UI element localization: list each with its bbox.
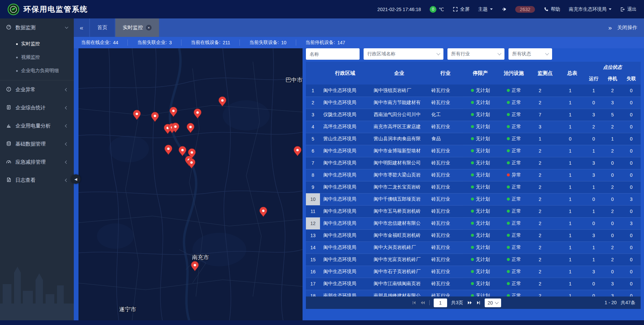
status-dot [471, 137, 474, 140]
chevron-left-icon [65, 142, 68, 146]
cell-limit-production: 无计划 [463, 290, 498, 296]
cell-limit-production: 无计划 [463, 97, 498, 109]
map-panel[interactable]: 巴中市南充市遂宁市 [78, 48, 303, 320]
sidebar-group-6[interactable]: 日志查看 [0, 171, 74, 189]
pagination-summary: 1 - 20 共47条 [605, 300, 635, 306]
filter-bar: 行政区域名称 所有行业 所有状态 [306, 48, 641, 60]
alert-count-badge[interactable]: 2632 [515, 6, 535, 13]
industry-select[interactable]: 所有行业 [447, 48, 504, 60]
table-body: 1阆中生态环境局阆中强锐页岩砖厂砖瓦行业无计划正常211202阆中生态环境局阆中… [306, 85, 641, 296]
column-header-limit: 停限产 [463, 62, 498, 85]
last-page-button[interactable] [476, 301, 481, 305]
cell-monitor-points: 2 [530, 217, 560, 229]
cell-running: 3 [584, 266, 603, 278]
first-page-button[interactable] [412, 301, 416, 305]
sidebar-group-5[interactable]: 应急减排管理 [0, 153, 74, 171]
table-row[interactable]: 15阆中生态环境局阆中市光富页岩机砖厂砖瓦行业无计划正常21120 [306, 254, 641, 266]
table-row[interactable]: 16阆中生态环境局阆中市石子页岩机砖厂砖瓦行业无计划正常21300 [306, 266, 641, 278]
table-row[interactable]: 6阆中生态环境局阆中市金博瑞新型墙材砖瓦行业无计划正常21120 [306, 145, 641, 157]
row-number: 7 [306, 157, 320, 169]
chevron-down-icon [65, 25, 68, 29]
table-row[interactable]: 2阆中生态环境局阆中市南方节能建材有砖瓦行业无计划正常21030 [306, 97, 641, 109]
pagination-bar: 1 共3页 20 1 - 20 共47条 [306, 296, 641, 309]
cell-monitor-points: 2 [530, 205, 560, 217]
table-row[interactable]: 4高坪生态环境局南充市高坪区王家店建砖瓦行业无计划正常31220 [306, 121, 641, 133]
chevron-left-icon [65, 178, 68, 182]
sidebar-group-1[interactable]: 企业异常 [0, 80, 74, 99]
cell-lost: 0 [622, 290, 641, 296]
status-dot [507, 149, 510, 152]
cell-region: 阆中生态环境局 [320, 217, 370, 229]
double-chevron-right-icon[interactable]: » [608, 24, 612, 32]
row-number: 12 [306, 217, 320, 229]
sidebar-group-3[interactable]: 企业用电量分析 [0, 117, 74, 135]
logout-button[interactable]: 退出 [620, 6, 637, 12]
page-number-input[interactable]: 1 [434, 299, 447, 307]
broadcast-button[interactable] [501, 7, 506, 12]
cell-region: 阆中生态环境局 [320, 278, 370, 290]
close-operations-button[interactable]: 关闭操作 [617, 24, 637, 31]
table-row[interactable]: 5营山生态环境局营山县润丰肉食品有限食品无计划正常10010 [306, 133, 641, 145]
cell-company: 阆中强锐页岩砖厂 [370, 85, 428, 97]
status-select[interactable]: 所有状态 [508, 48, 552, 60]
table-row[interactable]: 11阆中生态环境局阆中市五马桥页岩机砖砖瓦行业无计划正常21120 [306, 205, 641, 217]
page-size-select[interactable]: 20 [485, 299, 501, 307]
cell-region: 阆中生态环境局 [320, 241, 370, 254]
cell-limit-production: 无计划 [463, 229, 498, 241]
chevron-left-icon: ◀ [74, 177, 77, 181]
brand: 环保用电监管系统 [7, 3, 88, 15]
table-row[interactable]: 14阆中生态环境局阆中大兴页岩机砖厂砖瓦行业无计划正常21120 [306, 241, 641, 254]
table-row[interactable]: 3仪陇生态环境局西南油气田分公司川中化工无计划正常71350 [306, 109, 641, 121]
cell-stopped: 3 [603, 278, 622, 290]
next-page-button[interactable] [467, 301, 472, 305]
cell-region: 阆中生态环境局 [320, 169, 370, 181]
tabs-scroll-left-button[interactable]: « [74, 18, 89, 37]
fullscreen-button[interactable]: 全屏 [453, 6, 470, 12]
table-row[interactable]: 13阆中生态环境局阆中市金福旺页岩机砖砖瓦行业无计划正常21300 [306, 229, 641, 241]
cell-total-meters: 1 [560, 217, 584, 229]
sidebar-item-0-1[interactable]: 视频监控 [0, 51, 74, 64]
table-row[interactable]: 8阆中生态环境局阆中市枣碧大梁山页岩砖瓦行业无计划异常21300 [306, 169, 641, 181]
sidebar-item-0-0[interactable]: 实时监控 [0, 37, 74, 51]
table-row[interactable]: 1阆中生态环境局阆中强锐页岩砖厂砖瓦行业无计划正常21120 [306, 85, 641, 97]
status-dot [471, 173, 474, 176]
name-search-input[interactable] [306, 48, 360, 60]
table-row[interactable]: 12阆中生态环境局阆中市忠信建材有限公砖瓦行业无计划正常21003 [306, 217, 641, 229]
close-tab-icon[interactable]: ✕ [146, 25, 152, 31]
row-number: 18 [306, 290, 320, 296]
stat-label: 当前停机设备: [306, 40, 335, 46]
cell-industry: 砖瓦行业 [428, 169, 463, 181]
cell-pollution-facility: 正常 [498, 145, 530, 157]
cell-total-meters: 1 [560, 109, 584, 121]
status-dot [507, 113, 510, 116]
sidebar-group-0[interactable]: 数据监测 [0, 18, 74, 37]
sidebar-item-0-2[interactable]: 企业电力负荷明细 [0, 64, 74, 77]
sidebar-collapse-button[interactable]: ◀ [71, 174, 80, 184]
stat-label: 当前失联设备: [249, 40, 279, 46]
row-number: 16 [306, 266, 320, 278]
column-header-point-status: 点位状态 [584, 62, 641, 73]
cell-limit-production: 无计划 [463, 193, 498, 205]
table-row[interactable]: 18南部生态环境局南部县雄峰建材有限公砖瓦行业无计划正常21030 [306, 290, 641, 296]
cell-stopped: 0 [603, 217, 622, 229]
table-row[interactable]: 9阆中生态环境局阆中市二龙长宝页岩砖砖瓦行业无计划正常21120 [306, 181, 641, 193]
help-button[interactable]: 帮助 [544, 6, 560, 12]
org-dropdown[interactable]: 南充市生态环境局 [569, 6, 611, 12]
enterprise-table: 行政区域 企业 行业 停限产 治污设施 监测点 总表 点位状态 运行 停机 [306, 62, 641, 296]
previous-page-button[interactable] [420, 301, 425, 305]
table-row[interactable]: 7阆中生态环境局阆中明阳建材有限公司砖瓦行业无计划正常21300 [306, 157, 641, 169]
sidebar-group-2[interactable]: 企业综合统计 [0, 99, 74, 117]
region-select[interactable]: 行政区域名称 [364, 48, 443, 60]
chevron-down-icon [609, 8, 611, 10]
table-row[interactable]: 10阆中生态环境局阆中千佛镇五郎垭页岩砖瓦行业无计划正常21003 [306, 193, 641, 205]
status-dot [471, 294, 474, 296]
table-row[interactable]: 17阆中生态环境局阆中市江南镇阆南页岩砖瓦行业无计划正常21030 [306, 278, 641, 290]
tab-realtime-monitor[interactable]: 实时监控 ✕ [115, 18, 159, 37]
cell-lost: 0 [622, 266, 641, 278]
skyline-decoration [0, 253, 74, 320]
cell-pollution-facility: 正常 [498, 229, 530, 241]
theme-dropdown[interactable]: 主题 [478, 6, 493, 12]
cell-region: 阆中生态环境局 [320, 205, 370, 217]
sidebar-group-4[interactable]: 基础数据管理 [0, 135, 74, 153]
tab-home[interactable]: 首页 [90, 18, 115, 37]
